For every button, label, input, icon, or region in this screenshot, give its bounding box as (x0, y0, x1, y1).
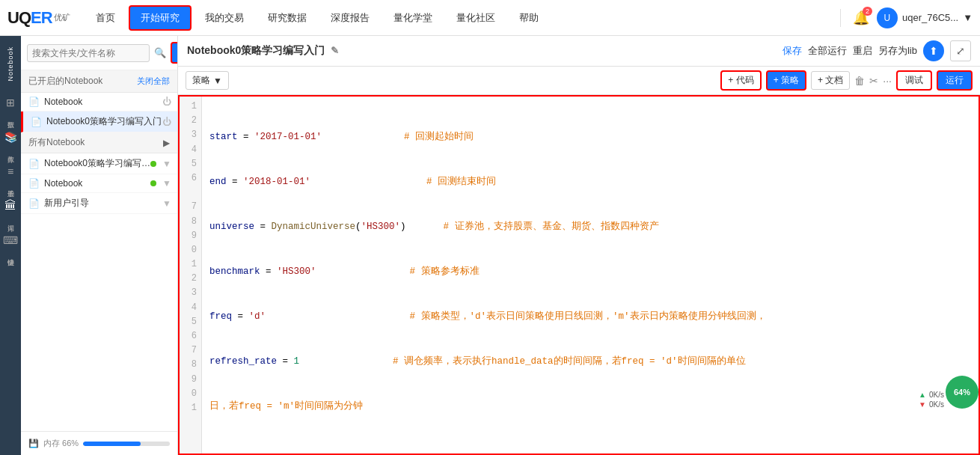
file-icon-all3: 📄 (28, 198, 40, 209)
search-input[interactable] (27, 44, 150, 62)
main-layout: Notebook ⊞ 数据 📚 教库 ≡ 子选股 🏛 词库 ⌨ 快捷键 🔍 新建 (0, 36, 980, 455)
memory-label: 内存 66% (43, 438, 79, 449)
more-icon[interactable]: ··· (883, 75, 892, 87)
arrow-down-icon-1[interactable]: ▼ (162, 159, 171, 169)
all-notebook3-name: 新用户引导 (44, 197, 162, 210)
arrow-down-icon-2[interactable]: ▼ (162, 178, 171, 189)
status-dot-2 (150, 180, 156, 186)
close-all-button[interactable]: 关闭全部 (137, 76, 170, 87)
sidebar-item-all2[interactable]: 📄 Notebook ▼ (21, 174, 177, 193)
add-code-button[interactable]: + 代码 (720, 70, 761, 91)
all3-actions: ▼ (162, 198, 171, 209)
restart-button[interactable]: 重启 (853, 44, 872, 58)
power-icon-1[interactable]: ⏻ (162, 97, 171, 107)
save-button[interactable]: 保存 (783, 44, 802, 58)
sidebar-footer: 💾 内存 66% (21, 431, 177, 455)
run-button[interactable]: 运行 (937, 70, 973, 91)
code-line-3: universe = DynamicUniverse('HS300') # 证券… (209, 219, 971, 234)
bell-badge: 2 (863, 7, 872, 16)
library-icon[interactable]: 📚 (1, 128, 19, 146)
cut-icon[interactable]: ✂ (869, 75, 878, 87)
nav-data[interactable]: 研究数据 (257, 7, 317, 29)
code-line-7 (209, 444, 971, 455)
nav-academy[interactable]: 量化学堂 (383, 7, 443, 29)
sidebar-search-bar: 🔍 新建 ▼ (21, 36, 177, 70)
icon-data[interactable]: ⊞ 数据 (0, 91, 21, 119)
nav-right: 🔔 2 U uqer_76C5... ▼ (836, 7, 973, 28)
user-menu[interactable]: U uqer_76C5... ▼ (877, 7, 973, 28)
memory-icon: 💾 (28, 439, 39, 448)
edit-title-icon[interactable]: ✎ (331, 45, 339, 56)
download-speed: ▼ 0K/s (919, 400, 944, 409)
header-actions: 保存 全部运行 重启 另存为lib ⬆ ⤢ (783, 40, 971, 61)
nav-items: 首页 开始研究 我的交易 研究数据 深度报告 量化学堂 量化社区 帮助 (85, 5, 836, 31)
sidebar-item-all1[interactable]: 📄 Notebook0策略学习编写入门 ▼ (21, 153, 177, 174)
all-section-label: 所有Notebook (28, 136, 85, 149)
notebook-title: Notebook0策略学习编写入门 ✎ (187, 44, 775, 58)
nav-report[interactable]: 深度报告 (320, 7, 380, 29)
content-area: Notebook0策略学习编写入门 ✎ 保存 全部运行 重启 另存为lib ⬆ … (178, 36, 980, 455)
memory-indicator: 64% (946, 376, 979, 409)
toolbar-icons: 🗑 ✂ ··· (854, 75, 892, 87)
icon-library[interactable]: 📚 教库 (0, 125, 21, 153)
user-avatar: U (877, 7, 898, 28)
logo: UQER (7, 8, 52, 28)
sidebar-item-notebook2[interactable]: 📄 Notebook0策略学习编写入门 ⏻ (21, 112, 177, 132)
all-notebook1-name: Notebook0策略学习编写入门 (44, 157, 150, 170)
icon-wordlib[interactable]: 🏛 词库 (0, 194, 21, 222)
code-content[interactable]: start = '2017-01-01' # 回测起始时间 end = '201… (202, 97, 979, 455)
content-header: Notebook0策略学习编写入门 ✎ 保存 全部运行 重启 另存为lib ⬆ … (178, 36, 980, 67)
upload-speed: ▲ 0K/s (919, 391, 944, 399)
icon-shortcut[interactable]: ⌨ 快捷键 (0, 228, 21, 257)
nav-home[interactable]: 首页 (85, 7, 126, 29)
shortcut-icon[interactable]: ⌨ (1, 231, 19, 249)
notification-bell[interactable]: 🔔 2 (853, 10, 869, 26)
new-button[interactable]: 新建 ▼ (171, 42, 178, 64)
nav-community[interactable]: 量化社区 (446, 7, 506, 29)
add-strategy-button[interactable]: + 策略 (766, 70, 806, 91)
power-icon-2[interactable]: ⏻ (162, 117, 171, 127)
sidebar: 🔍 新建 ▼ 已开启的Notebook 关闭全部 📄 Notebook ⏻ 📄 … (21, 36, 178, 455)
icon-stock[interactable]: ≡ 子选股 (0, 159, 21, 188)
stock-icon[interactable]: ≡ (1, 162, 19, 180)
strategy-dropdown[interactable]: 策略 ▼ (186, 71, 229, 90)
code-line-5: freq = 'd' # 策略类型，'d'表示日间策略使用日线回测，'m'表示日… (209, 309, 971, 324)
file-icon-all1: 📄 (28, 159, 40, 169)
share-button[interactable]: ⬆ (923, 40, 944, 61)
notebook2-actions: ⏻ (162, 117, 171, 127)
debug-button[interactable]: 调试 (896, 70, 932, 91)
file-icon-1: 📄 (28, 97, 40, 107)
arrow-down-icon-3[interactable]: ▼ (162, 198, 171, 209)
file-icon-all2: 📄 (28, 178, 40, 189)
sidebar-item-notebook1[interactable]: 📄 Notebook ⏻ (21, 93, 177, 112)
code-line-2: end = '2018-01-01' # 回测结束时间 (209, 174, 971, 189)
nav-help[interactable]: 帮助 (509, 7, 549, 29)
nav-research[interactable]: 开始研究 (129, 5, 192, 31)
notebook1-actions: ⏻ (162, 97, 171, 107)
data-icon[interactable]: ⊞ (1, 94, 19, 112)
all2-actions: ▼ (150, 178, 171, 189)
nav-trade[interactable]: 我的交易 (195, 7, 254, 29)
sidebar-item-all3[interactable]: 📄 新用户引导 ▼ (21, 193, 177, 214)
dropdown-arrow: ▼ (213, 76, 222, 86)
all1-actions: ▼ (150, 159, 171, 169)
all-notebook2-name: Notebook (44, 178, 150, 189)
notebook-label: Notebook (7, 43, 14, 85)
add-doc-button[interactable]: + 文档 (811, 71, 850, 90)
wordlib-icon[interactable]: 🏛 (1, 197, 19, 215)
icon-bar: Notebook ⊞ 数据 📚 教库 ≡ 子选股 🏛 词库 ⌨ 快捷键 (0, 36, 21, 455)
run-all-button[interactable]: 全部运行 (808, 44, 847, 58)
user-dropdown-icon[interactable]: ▼ (963, 12, 973, 23)
trash-icon[interactable]: 🗑 (854, 75, 865, 87)
logo-area: UQER 优矿 (7, 8, 70, 28)
expand-button[interactable]: ⤢ (950, 40, 971, 61)
file-icon-2: 📄 (31, 117, 42, 127)
download-speed-value: 0K/s (929, 400, 944, 409)
save-lib-button[interactable]: 另存为lib (878, 44, 917, 58)
code-editor-area[interactable]: 1 2 3 4 5 6 7 8 9 0 1 2 3 4 5 6 (178, 95, 980, 455)
logo-subtitle: 优矿 (54, 12, 70, 23)
expand-icon[interactable]: ▶ (163, 138, 170, 148)
code-toolbar: 策略 ▼ + 代码 + 策略 + 文档 🗑 ✂ ··· 调试 运行 (178, 67, 980, 95)
opened-section-label: 已开启的Notebook (28, 75, 102, 88)
search-icon: 🔍 (154, 47, 166, 58)
